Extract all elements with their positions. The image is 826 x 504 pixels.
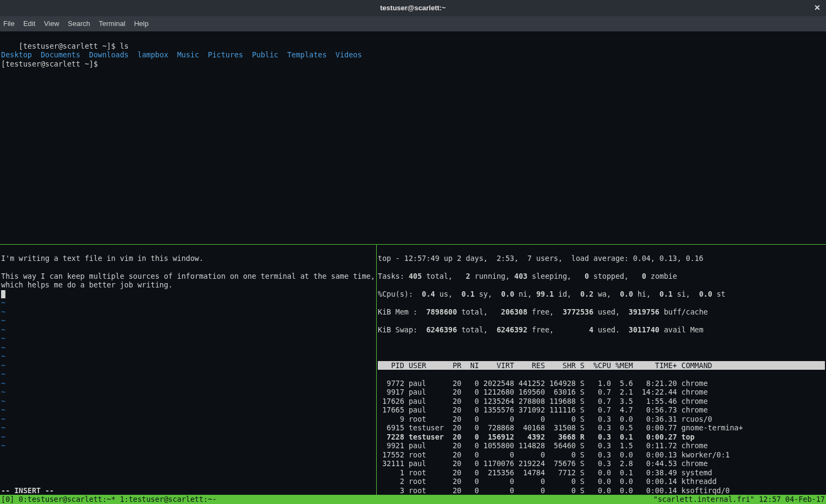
vim-tilde: ~ [1, 316, 5, 325]
vim-tilde: ~ [1, 441, 5, 450]
dir-templates: Templates [287, 50, 326, 59]
top-process-row: 17626 paul 20 0 1235264 278808 119688 S … [378, 397, 825, 406]
vim-tilde: ~ [1, 423, 5, 432]
vim-text-line: I'm writing a text file in vim in this w… [1, 254, 204, 263]
menu-help[interactable]: Help [134, 19, 149, 29]
vim-tilde: ~ [1, 370, 5, 378]
tmux-windows[interactable]: [0] 0:testuser@scarlett:~* 1:testuser@sc… [1, 495, 217, 504]
split-horizontal: I'm writing a text file in vim in this w… [0, 244, 826, 495]
top-process-row: 9917 paul 20 0 1212680 169560 63016 S 0.… [378, 388, 825, 397]
top-tasks: Tasks: 405 total, 2 running, 403 sleepin… [378, 272, 825, 281]
close-icon[interactable]: ✕ [814, 3, 821, 12]
vim-tilde: ~ [1, 334, 5, 343]
top-process-row: 6915 testuser 20 0 728868 40168 31508 S … [378, 423, 825, 433]
menu-terminal[interactable]: Terminal [99, 19, 126, 29]
dir-music: Music [177, 50, 199, 59]
tmux-statusbar: [0] 0:testuser@scarlett:~* 1:testuser@sc… [0, 495, 826, 504]
terminal-area[interactable]: [testuser@scarlett ~]$ ls Desktop Docume… [0, 31, 826, 495]
top-column-header: PID USER PR NI VIRT RES SHR S %CPU %MEM … [378, 361, 825, 370]
vim-tilde: ~ [1, 397, 5, 405]
top-mem: KiB Mem : 7898600 total, 206308 free, 37… [378, 307, 825, 317]
menu-file[interactable]: File [3, 19, 15, 29]
dir-desktop: Desktop [1, 50, 32, 59]
dir-videos: Videos [336, 50, 362, 59]
top-process-row: 32111 paul 20 0 1170076 219224 75676 S 0… [378, 459, 825, 468]
prompt: [testuser@scarlett ~]$ [19, 42, 120, 50]
top-process-row: 9772 paul 20 0 2022548 441252 164928 S 1… [378, 379, 825, 388]
top-cpu: %Cpu(s): 0.4 us, 0.1 sy, 0.0 ni, 99.1 id… [378, 290, 825, 299]
tmux-clock: "scarlett.internal.fri" 12:57 04-Feb-17 [653, 495, 825, 504]
top-swap: KiB Swap: 6246396 total, 6246392 free, 4… [378, 325, 825, 335]
vim-text-line: This way I can keep multiple sources of … [1, 272, 379, 290]
vim-tilde: ~ [1, 298, 5, 307]
vim-tilde: ~ [1, 433, 5, 441]
dir-public: Public [252, 50, 278, 59]
dir-documents: Documents [41, 50, 80, 59]
top-blank [378, 343, 825, 352]
top-process-row: 2 root 20 0 0 0 0 S 0.0 0.0 0:00.14 kthr… [378, 477, 825, 486]
menu-edit[interactable]: Edit [23, 19, 35, 29]
vim-tilde: ~ [1, 352, 5, 361]
top-process-row: 7228 testuser 20 0 156912 4392 3668 R 0.… [378, 433, 825, 442]
vim-tilde: ~ [1, 415, 5, 423]
dir-downloads: Downloads [89, 50, 129, 59]
top-uptime: top - 12:57:49 up 2 days, 2:53, 7 users,… [378, 254, 825, 263]
top-process-row: 9 root 20 0 0 0 0 S 0.3 0.0 0:36.31 rcuo… [378, 415, 825, 424]
ls-output: Desktop Documents Downloads lampbox Musi… [1, 50, 825, 60]
top-process-list: 9772 paul 20 0 2022548 441252 164928 S 1… [378, 379, 825, 495]
menubar: File Edit View Search Terminal Help [0, 16, 826, 31]
vim-tilde: ~ [1, 307, 5, 316]
dir-lampbox: lampbox [137, 50, 168, 59]
menu-view[interactable]: View [44, 19, 59, 29]
vim-tilde: ~ [1, 388, 5, 396]
vim-tilde: ~ [1, 361, 5, 370]
top-process-row: 17665 paul 20 0 1355576 371092 111116 S … [378, 405, 825, 415]
top-process-row: 1 root 20 0 215356 14784 7712 S 0.0 0.1 … [378, 468, 825, 477]
top-process-row: 3 root 20 0 0 0 0 S 0.0 0.0 0:00.14 ksof… [378, 486, 825, 495]
cursor-icon [1, 290, 5, 298]
window-titlebar: testuser@scarlett:~ ✕ [0, 0, 826, 16]
menu-search[interactable]: Search [68, 19, 90, 29]
top-pane[interactable]: top - 12:57:49 up 2 days, 2:53, 7 users,… [377, 245, 826, 495]
shell-pane[interactable]: [testuser@scarlett ~]$ ls Desktop Docume… [0, 31, 826, 244]
vim-mode-status: -- INSERT -- [1, 486, 54, 495]
top-process-row: 9921 paul 20 0 1055800 114828 56460 S 0.… [378, 441, 825, 450]
prompt: [testuser@scarlett ~]$ [1, 60, 102, 68]
vim-tilde: ~ [1, 405, 5, 414]
command: ls [120, 42, 128, 50]
top-process-row: 17552 root 20 0 0 0 0 S 0.3 0.0 0:00.13 … [378, 450, 825, 460]
vim-tilde: ~ [1, 343, 5, 352]
vim-tilde: ~ [1, 379, 5, 388]
vim-tilde: ~ [1, 325, 5, 334]
window-title: testuser@scarlett:~ [380, 4, 445, 13]
vim-pane[interactable]: I'm writing a text file in vim in this w… [0, 245, 377, 495]
dir-pictures: Pictures [208, 50, 243, 59]
